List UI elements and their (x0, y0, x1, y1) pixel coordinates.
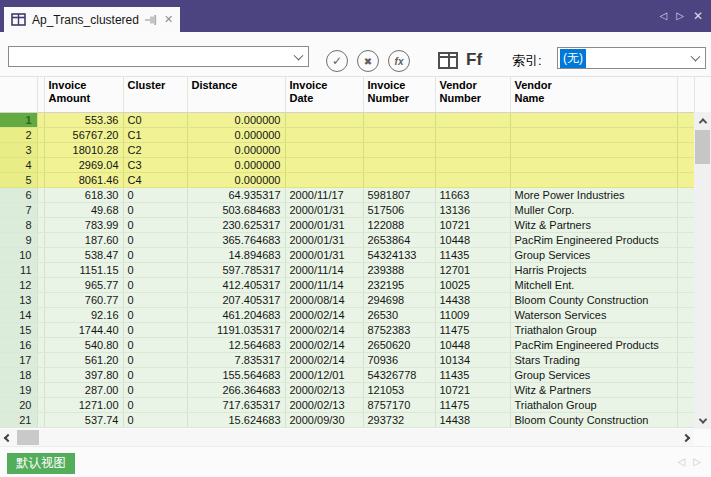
col-header-distance[interactable]: Distance (187, 77, 285, 112)
cell-vendor_name[interactable]: Triathalon Group (510, 397, 677, 412)
cell-invoice_amount[interactable]: 540.80 (44, 337, 123, 352)
row-number[interactable]: 2 (0, 127, 37, 142)
cell-invoice_amount[interactable]: 287.00 (44, 382, 123, 397)
cell-vendor_number[interactable]: 12701 (435, 262, 510, 277)
cell-cluster[interactable]: 0 (123, 412, 187, 427)
cell-invoice_amount[interactable]: 92.16 (44, 307, 123, 322)
horizontal-scroll-thumb[interactable] (17, 430, 39, 445)
cell-cluster[interactable]: 0 (123, 202, 187, 217)
cell-vendor_number[interactable]: 10448 (435, 337, 510, 352)
cell-distance[interactable]: 503.684683 (187, 202, 285, 217)
cell-vendor_name[interactable]: Mitchell Ent. (510, 277, 677, 292)
row-number[interactable]: 19 (0, 382, 37, 397)
cell-vendor_number[interactable] (435, 157, 510, 172)
cell-cluster[interactable]: 0 (123, 382, 187, 397)
cell-distance[interactable]: 15.624683 (187, 412, 285, 427)
cell-invoice_date[interactable] (285, 172, 363, 187)
cell-distance[interactable]: 155.564683 (187, 367, 285, 382)
cell-vendor_name[interactable]: Group Services (510, 367, 677, 382)
cell-invoice_date[interactable]: 2000/09/30 (285, 412, 363, 427)
cell-invoice_date[interactable]: 2000/01/31 (285, 247, 363, 262)
cell-distance[interactable]: 12.564683 (187, 337, 285, 352)
horizontal-scrollbar[interactable] (0, 429, 694, 446)
cell-invoice_amount[interactable]: 397.80 (44, 367, 123, 382)
tab-ap-trans-clustered[interactable]: Ap_Trans_clustered ✕ (4, 7, 180, 32)
clear-filter-button[interactable]: ✖ (357, 50, 379, 72)
cell-invoice_amount[interactable]: 618.30 (44, 187, 123, 202)
cell-vendor_name[interactable] (510, 112, 677, 127)
cell-distance[interactable]: 7.835317 (187, 352, 285, 367)
cell-distance[interactable]: 207.405317 (187, 292, 285, 307)
cell-vendor_number[interactable] (435, 172, 510, 187)
cell-vendor_name[interactable]: Triathalon Group (510, 322, 677, 337)
cell-distance[interactable]: 461.204683 (187, 307, 285, 322)
row-number[interactable]: 15 (0, 322, 37, 337)
col-header-vendor_name[interactable]: VendorName (510, 77, 677, 112)
table-row[interactable]: 10538.47014.8946832000/01/31543241331143… (0, 247, 694, 262)
cell-cluster[interactable]: C0 (123, 112, 187, 127)
table-row[interactable]: 13760.770207.4053172000/08/1429469814438… (0, 292, 694, 307)
pin-icon[interactable] (145, 14, 158, 26)
cell-vendor_name[interactable]: PacRim Engineered Products (510, 337, 677, 352)
cell-invoice_date[interactable]: 2000/01/31 (285, 232, 363, 247)
row-number[interactable]: 4 (0, 157, 37, 172)
scroll-up-button[interactable] (694, 112, 711, 129)
col-header-vendor_number[interactable]: VendorNumber (435, 77, 510, 112)
cell-cluster[interactable]: 0 (123, 262, 187, 277)
cell-invoice_amount[interactable]: 1744.40 (44, 322, 123, 337)
cell-invoice_amount[interactable]: 187.60 (44, 232, 123, 247)
table-row[interactable]: 6618.30064.9353172000/11/17598180711663M… (0, 187, 694, 202)
cell-distance[interactable]: 597.785317 (187, 262, 285, 277)
cell-cluster[interactable]: 0 (123, 232, 187, 247)
cell-invoice_number[interactable]: 70936 (363, 352, 435, 367)
cell-invoice_amount[interactable]: 8061.46 (44, 172, 123, 187)
cell-vendor_number[interactable]: 10721 (435, 382, 510, 397)
cell-vendor_number[interactable]: 11435 (435, 247, 510, 262)
col-header-invoice_number[interactable]: InvoiceNumber (363, 77, 435, 112)
cell-invoice_amount[interactable]: 18010.28 (44, 142, 123, 157)
table-row[interactable]: 201271.000717.6353172000/02/138757170114… (0, 397, 694, 412)
nav-back-icon[interactable]: ◁ (660, 9, 668, 23)
cell-vendor_number[interactable]: 10448 (435, 232, 510, 247)
cell-invoice_number[interactable]: 5981807 (363, 187, 435, 202)
cell-distance[interactable]: 412.405317 (187, 277, 285, 292)
cell-distance[interactable]: 266.364683 (187, 382, 285, 397)
cell-distance[interactable]: 0.000000 (187, 112, 285, 127)
cell-vendor_name[interactable] (510, 157, 677, 172)
cell-invoice_amount[interactable]: 553.36 (44, 112, 123, 127)
window-close-icon[interactable]: ✕ (693, 9, 703, 23)
cell-invoice_amount[interactable]: 783.99 (44, 217, 123, 232)
cell-cluster[interactable]: 0 (123, 352, 187, 367)
row-number[interactable]: 1 (0, 112, 37, 127)
cell-invoice_date[interactable] (285, 157, 363, 172)
cell-invoice_amount[interactable]: 537.74 (44, 412, 123, 427)
cell-invoice_number[interactable]: 54326778 (363, 367, 435, 382)
filter-combobox[interactable] (8, 46, 309, 67)
cell-vendor_number[interactable]: 10025 (435, 277, 510, 292)
cell-invoice_number[interactable]: 26530 (363, 307, 435, 322)
cell-vendor_name[interactable]: Witz & Partners (510, 382, 677, 397)
cell-vendor_number[interactable]: 11435 (435, 367, 510, 382)
cell-invoice_date[interactable]: 2000/01/31 (285, 202, 363, 217)
tab-close-icon[interactable]: ✕ (164, 14, 173, 25)
row-number[interactable]: 7 (0, 202, 37, 217)
cell-vendor_name[interactable]: Waterson Services (510, 307, 677, 322)
cell-vendor_name[interactable] (510, 142, 677, 157)
cell-vendor_name[interactable]: Witz & Partners (510, 217, 677, 232)
cell-vendor_name[interactable] (510, 172, 677, 187)
row-number[interactable]: 5 (0, 172, 37, 187)
cell-invoice_number[interactable] (363, 112, 435, 127)
cell-invoice_number[interactable]: 121053 (363, 382, 435, 397)
cell-invoice_date[interactable]: 2000/12/01 (285, 367, 363, 382)
cell-invoice_number[interactable] (363, 172, 435, 187)
expression-builder-button[interactable]: fx (388, 50, 410, 72)
row-number[interactable]: 13 (0, 292, 37, 307)
cell-cluster[interactable]: 0 (123, 322, 187, 337)
cell-invoice_number[interactable] (363, 142, 435, 157)
cell-invoice_date[interactable]: 2000/02/13 (285, 397, 363, 412)
cell-distance[interactable]: 0.000000 (187, 142, 285, 157)
cell-distance[interactable]: 717.635317 (187, 397, 285, 412)
cell-invoice_number[interactable]: 517506 (363, 202, 435, 217)
table-row[interactable]: 19287.000266.3646832000/02/1312105310721… (0, 382, 694, 397)
cell-vendor_number[interactable]: 13136 (435, 202, 510, 217)
